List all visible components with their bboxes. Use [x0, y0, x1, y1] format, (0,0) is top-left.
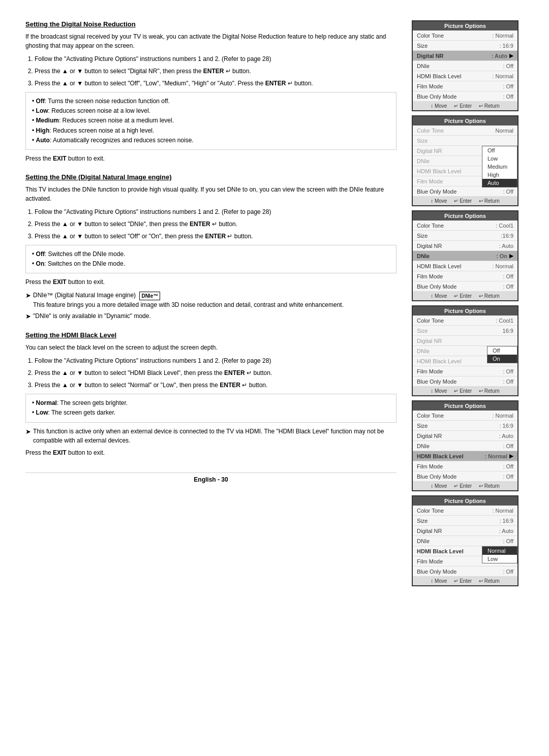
picture-options-panel-1: Picture Options Color Tone : Normal Size…	[412, 20, 518, 111]
dropdown-item[interactable]: Off	[482, 146, 517, 154]
note-text: "DNIe" is only available in "Dynamic" mo…	[33, 311, 151, 321]
row-value: : 16:9	[499, 518, 513, 524]
enter-label: ↵ Enter	[454, 483, 472, 489]
panel-row: Color Tone : Normal	[413, 411, 517, 421]
panel-row: Size :16:9	[413, 231, 517, 241]
panel-row: DNIe Off On	[413, 346, 517, 356]
row-value: : Normal	[492, 33, 513, 39]
panel-row: Color Tone : Normal	[413, 506, 517, 516]
panel-row: Color Tone : Cool1	[413, 316, 517, 326]
left-column: Setting the Digital Noise Reduction If t…	[25, 20, 402, 586]
step-item: Press the ▲ or ▼ button to select "HDMI …	[35, 368, 396, 377]
row-label: Blue Only Mode	[417, 93, 501, 100]
panel-row: Size : 16:9	[413, 41, 517, 51]
step-item: Follow the "Activating Picture Options" …	[35, 207, 396, 216]
dropdown-item[interactable]: Low	[482, 154, 517, 163]
dropdown-item[interactable]: Medium	[482, 163, 517, 171]
bullet-item: Auto: Automatically recognizes and reduc…	[32, 136, 390, 145]
dropdown-item[interactable]: High	[482, 171, 517, 179]
section3-heading: Setting the HDMI Black Level	[25, 331, 396, 339]
arrow-icon: ➤	[25, 427, 31, 437]
row-label: Blue Only Mode	[417, 284, 501, 290]
row-value: : Off	[503, 538, 513, 544]
section2-notes: ➤ DNIe™ (Digital Natural Image engine) D…	[25, 291, 396, 321]
row-label: Digital NR	[417, 53, 490, 59]
row-value: : Cool1	[496, 223, 513, 229]
row-value: : Normal	[492, 508, 513, 514]
step-item: Press the ▲ or ▼ button to select "Off" …	[35, 232, 396, 241]
return-label: ↩ Return	[479, 483, 500, 489]
step-item: Press the ▲ or ▼ button to select "Digit…	[35, 67, 396, 76]
row-label: DNIe	[417, 253, 494, 259]
row-value: : Auto	[499, 243, 513, 249]
panel-row: Digital NR	[413, 336, 517, 346]
note-item: ➤ DNIe™ (Digital Natural Image engine) D…	[25, 291, 396, 309]
panel-row: Film Mode : Off	[413, 366, 517, 376]
panel3-footer: ↕ Move ↵ Enter ↩ Return	[413, 292, 517, 300]
footer-text: English - 30	[194, 476, 228, 483]
section3-steps: Follow the "Activating Picture Options" …	[25, 356, 396, 390]
dropdown-item[interactable]: Off	[487, 346, 517, 355]
panel-row: Color Tone : Cool1	[413, 220, 517, 231]
page-content: Setting the Digital Noise Reduction If t…	[25, 20, 524, 586]
row-value: : Off	[503, 379, 513, 385]
row-value: : Auto	[499, 528, 513, 534]
move-label: ↕ Move	[431, 483, 447, 489]
panel-row: Size : 16:9	[413, 516, 517, 526]
dnie-badge: DNIe™	[139, 292, 160, 300]
bullet-item: Normal: The screen gets brighter.	[32, 398, 390, 408]
row-value: : Off	[503, 463, 513, 469]
panel-row: HDMI Black Level : Normal	[413, 261, 517, 271]
row-value: : Off	[503, 93, 513, 100]
panel-row: Color Tone : Normal	[413, 30, 517, 41]
panel-row: Size : 16:9	[413, 421, 517, 431]
dropdown-menu: Normal Low	[482, 546, 517, 563]
picture-options-panel-3: Picture Options Color Tone : Cool1 Size …	[412, 210, 518, 301]
row-label: Size	[417, 518, 497, 524]
row-label: Film Mode	[417, 83, 501, 89]
row-value: 16:9	[503, 328, 513, 334]
row-value: : Off	[503, 273, 513, 279]
section-digital-noise-reduction: Setting the Digital Noise Reduction If t…	[25, 20, 396, 163]
panel5-footer: ↕ Move ↵ Enter ↩ Return	[413, 482, 517, 490]
row-value: Normal	[496, 128, 513, 134]
note-item: ➤ This function is active only when an e…	[25, 427, 396, 445]
section1-steps: Follow the "Activating Picture Options" …	[25, 54, 396, 88]
panel-row: Film Mode : Off	[413, 271, 517, 281]
dropdown-item-selected[interactable]: Normal	[482, 547, 517, 555]
row-label: DNIe	[417, 443, 501, 449]
step-item: Press the ▲ or ▼ button to select "Off",…	[35, 79, 396, 88]
enter-label: ↵ Enter	[454, 578, 472, 584]
panel-row: Blue Only Mode : Off	[413, 281, 517, 292]
dropdown-item-selected[interactable]: Auto	[482, 179, 517, 187]
dropdown-menu: Off Low Medium High Auto	[482, 146, 517, 187]
row-value: : Off	[503, 474, 513, 480]
return-label: ↩ Return	[479, 388, 500, 394]
row-label: DNIe	[417, 63, 501, 69]
row-label: Blue Only Mode	[417, 569, 501, 575]
return-label: ↩ Return	[479, 293, 500, 299]
section-hdmi-black-level: Setting the HDMI Black Level You can sel…	[25, 331, 396, 457]
row-value: : 16:9	[499, 43, 513, 49]
row-label: HDMI Black Level	[417, 453, 482, 459]
row-label: Film Mode	[417, 273, 501, 279]
panel2-title: Picture Options	[413, 116, 517, 125]
panel6-footer: ↕ Move ↵ Enter ↩ Return	[413, 577, 517, 585]
dropdown-item-selected[interactable]: On	[487, 355, 517, 363]
row-value: : Off	[503, 368, 513, 374]
row-value: :16:9	[501, 233, 513, 239]
section1-intro: If the broadcast signal received by your…	[25, 32, 396, 50]
enter-label: ↵ Enter	[454, 103, 472, 109]
row-label: Color Tone	[417, 318, 494, 324]
row-label: Blue Only Mode	[417, 188, 501, 195]
dropdown-item[interactable]: Low	[482, 555, 517, 563]
step-item: Follow the "Activating Picture Options" …	[35, 54, 396, 64]
panel-row: Blue Only Mode : Off	[413, 471, 517, 482]
section-dnie: Setting the DNIe (Digital Natural Image …	[25, 173, 396, 321]
panel-row: DNIe : Off	[413, 441, 517, 451]
panel4-title: Picture Options	[413, 306, 517, 316]
row-value: : Auto	[499, 433, 513, 439]
row-label: Color Tone	[417, 508, 490, 514]
panel5-title: Picture Options	[413, 401, 517, 411]
panel-row-highlighted: HDMI Black Level : Normal ▶	[413, 451, 517, 461]
